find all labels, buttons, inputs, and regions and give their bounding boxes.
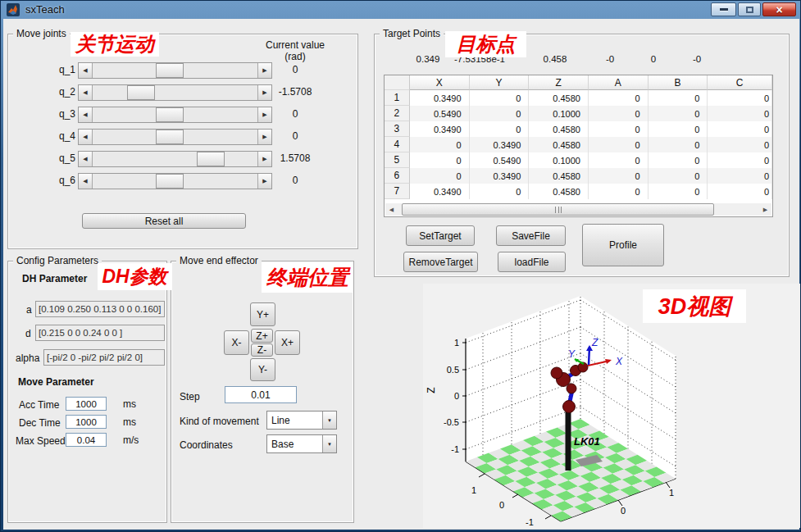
slider-left-arrow-icon[interactable]: ◀ <box>79 107 93 122</box>
joint-slider-q_4[interactable]: ◀▶ <box>78 129 272 145</box>
slider-track[interactable] <box>93 152 257 166</box>
table-cell[interactable]: 0 <box>649 137 708 152</box>
table-cell[interactable]: 0 <box>589 152 649 168</box>
table-cell[interactable]: 0 <box>708 184 772 199</box>
table-cell[interactable]: 0.1000 <box>529 106 589 121</box>
slider-thumb[interactable] <box>156 107 184 122</box>
table-cell[interactable]: 0 <box>470 106 530 121</box>
param-input-1[interactable]: 1000 <box>66 415 107 429</box>
slider-track[interactable] <box>93 63 257 78</box>
table-cell[interactable]: 0 <box>708 137 772 152</box>
scrollbar-track[interactable] <box>398 203 759 216</box>
slider-thumb[interactable] <box>197 152 225 166</box>
table-cell[interactable]: 0 <box>470 121 530 137</box>
slider-track[interactable] <box>93 85 257 100</box>
jog-y-minus-button[interactable]: Y- <box>250 358 275 381</box>
slider-left-arrow-icon[interactable]: ◀ <box>79 152 93 166</box>
table-cell[interactable]: 0 <box>649 121 708 137</box>
table-cell[interactable]: 0 <box>589 184 649 199</box>
table-cell[interactable]: 0 <box>708 121 772 137</box>
slider-track[interactable] <box>93 107 257 122</box>
joint-slider-q_2[interactable]: ◀▶ <box>78 84 272 101</box>
maximize-button[interactable] <box>738 2 761 16</box>
slider-thumb[interactable] <box>156 174 184 189</box>
table-cell[interactable]: 0.4580 <box>529 137 589 152</box>
table-cell[interactable]: 0.5490 <box>470 152 530 168</box>
slider-right-arrow-icon[interactable]: ▶ <box>257 174 271 189</box>
table-cell[interactable]: 0.4580 <box>529 90 589 106</box>
table-cell[interactable]: 0.3490 <box>410 184 470 199</box>
param-input-0[interactable]: 1000 <box>66 397 107 411</box>
minimize-button[interactable] <box>711 2 736 16</box>
close-button[interactable]: × <box>762 2 796 16</box>
table-cell[interactable]: 0.5490 <box>410 106 470 121</box>
slider-right-arrow-icon[interactable]: ▶ <box>257 63 271 78</box>
table-cell[interactable]: 0 <box>470 184 530 199</box>
slider-right-arrow-icon[interactable]: ▶ <box>257 107 271 122</box>
table-cell[interactable]: 0.3490 <box>410 90 470 106</box>
table-cell[interactable]: 0 <box>708 106 772 121</box>
table-cell[interactable]: 0 <box>649 168 708 184</box>
profile-button[interactable]: Profile <box>582 224 664 266</box>
coordinates-select[interactable]: Base ▼ <box>266 434 337 453</box>
table-cell[interactable]: 0 <box>589 137 649 152</box>
table-cell[interactable]: 0 <box>410 137 470 152</box>
param-input-2[interactable]: 0.04 <box>66 433 107 447</box>
slider-left-arrow-icon[interactable]: ◀ <box>79 63 93 78</box>
jog-z-plus-button[interactable]: Z+ <box>251 329 273 343</box>
table-cell[interactable]: 0.4580 <box>529 121 589 137</box>
chevron-down-icon[interactable]: ▼ <box>322 435 336 452</box>
remove-target-button[interactable]: RemoveTarget <box>403 252 478 272</box>
table-cell[interactable]: 0.1000 <box>529 152 589 168</box>
table-cell[interactable]: 0 <box>589 168 649 184</box>
table-cell[interactable]: 0 <box>410 152 470 168</box>
scrollbar-thumb[interactable] <box>402 203 714 216</box>
slider-track[interactable] <box>93 130 257 144</box>
scroll-right-icon[interactable]: ▶ <box>759 203 771 216</box>
table-cell[interactable]: 0 <box>410 168 470 184</box>
slider-thumb[interactable] <box>156 63 184 78</box>
set-target-button[interactable]: SetTarget <box>406 225 475 246</box>
kind-of-movement-select[interactable]: Line ▼ <box>266 411 337 430</box>
slider-track[interactable] <box>93 174 257 189</box>
chevron-down-icon[interactable]: ▼ <box>322 412 336 429</box>
load-file-button[interactable]: loadFile <box>498 252 566 272</box>
table-cell[interactable]: 0 <box>649 152 708 168</box>
jog-z-minus-button[interactable]: Z- <box>251 343 273 357</box>
slider-thumb[interactable] <box>127 85 155 100</box>
table-cell[interactable]: 0 <box>589 121 649 137</box>
step-input[interactable]: 0.01 <box>225 386 297 403</box>
slider-right-arrow-icon[interactable]: ▶ <box>257 152 271 166</box>
table-cell[interactable]: 0.4580 <box>529 168 589 184</box>
reset-all-button[interactable]: Reset all <box>82 213 246 229</box>
table-cell[interactable]: 0 <box>649 184 708 199</box>
table-cell[interactable]: 0.3490 <box>410 121 470 137</box>
slider-thumb[interactable] <box>156 130 184 144</box>
table-cell[interactable]: 0 <box>589 106 649 121</box>
slider-left-arrow-icon[interactable]: ◀ <box>79 174 93 189</box>
slider-right-arrow-icon[interactable]: ▶ <box>257 130 271 144</box>
jog-x-plus-button[interactable]: X+ <box>275 330 300 355</box>
joint-slider-q_5[interactable]: ◀▶ <box>78 151 272 167</box>
table-cell[interactable]: 0 <box>470 90 530 106</box>
scroll-left-icon[interactable]: ◀ <box>385 203 398 216</box>
table-horizontal-scrollbar[interactable]: ◀ ▶ <box>385 203 771 216</box>
app-icon[interactable] <box>7 3 20 16</box>
jog-x-minus-button[interactable]: X- <box>224 330 249 355</box>
table-cell[interactable]: 0.3490 <box>470 137 530 152</box>
joint-slider-q_6[interactable]: ◀▶ <box>78 173 272 189</box>
save-file-button[interactable]: SaveFile <box>496 225 566 246</box>
slider-left-arrow-icon[interactable]: ◀ <box>79 85 93 100</box>
jog-y-plus-button[interactable]: Y+ <box>250 302 275 326</box>
table-cell[interactable]: 0 <box>649 90 708 106</box>
joint-slider-q_1[interactable]: ◀▶ <box>78 62 272 79</box>
table-cell[interactable]: 0.4580 <box>529 184 589 199</box>
slider-left-arrow-icon[interactable]: ◀ <box>79 130 93 144</box>
table-cell[interactable]: 0 <box>589 90 649 106</box>
table-cell[interactable]: 0.3490 <box>470 168 530 184</box>
table-cell[interactable]: 0 <box>708 152 772 168</box>
slider-right-arrow-icon[interactable]: ▶ <box>257 85 271 100</box>
joint-slider-q_3[interactable]: ◀▶ <box>78 107 272 123</box>
table-cell[interactable]: 0 <box>708 90 772 106</box>
table-cell[interactable]: 0 <box>708 168 772 184</box>
